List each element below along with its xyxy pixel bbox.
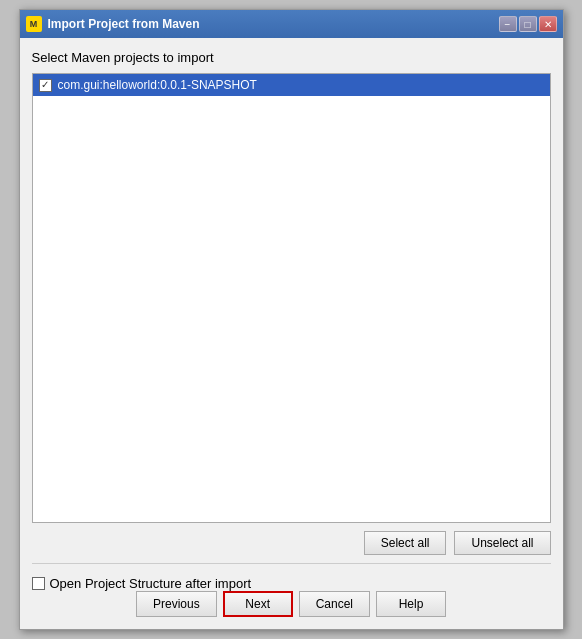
maximize-button[interactable]: □	[519, 16, 537, 32]
section-label: Select Maven projects to import	[32, 50, 551, 65]
cancel-button[interactable]: Cancel	[299, 591, 370, 617]
open-project-option[interactable]: Open Project Structure after import	[32, 576, 252, 591]
next-button[interactable]: Next	[223, 591, 293, 617]
selection-buttons: Select all Unselect all	[32, 531, 551, 555]
select-all-button[interactable]: Select all	[364, 531, 447, 555]
window-body: Select Maven projects to import com.gui:…	[20, 38, 563, 629]
list-item[interactable]: com.gui:helloworld:0.0.1-SNAPSHOT	[33, 74, 550, 96]
open-project-label: Open Project Structure after import	[50, 576, 252, 591]
divider	[32, 563, 551, 564]
import-project-dialog: M Import Project from Maven − □ ✕ Select…	[19, 9, 564, 630]
unselect-all-button[interactable]: Unselect all	[454, 531, 550, 555]
title-bar-left: M Import Project from Maven	[26, 16, 200, 32]
project-item-text: com.gui:helloworld:0.0.1-SNAPSHOT	[58, 78, 257, 92]
title-bar-controls: − □ ✕	[499, 16, 557, 32]
minimize-button[interactable]: −	[499, 16, 517, 32]
title-bar: M Import Project from Maven − □ ✕	[20, 10, 563, 38]
project-checkbox[interactable]	[39, 79, 52, 92]
close-button[interactable]: ✕	[539, 16, 557, 32]
open-project-checkbox[interactable]	[32, 577, 45, 590]
bottom-area: Open Project Structure after import	[32, 572, 551, 591]
help-button[interactable]: Help	[376, 591, 446, 617]
window-title: Import Project from Maven	[48, 17, 200, 31]
maven-icon: M	[26, 16, 42, 32]
footer-buttons: Previous Next Cancel Help	[32, 591, 551, 617]
previous-button[interactable]: Previous	[136, 591, 217, 617]
project-list[interactable]: com.gui:helloworld:0.0.1-SNAPSHOT	[32, 73, 551, 523]
